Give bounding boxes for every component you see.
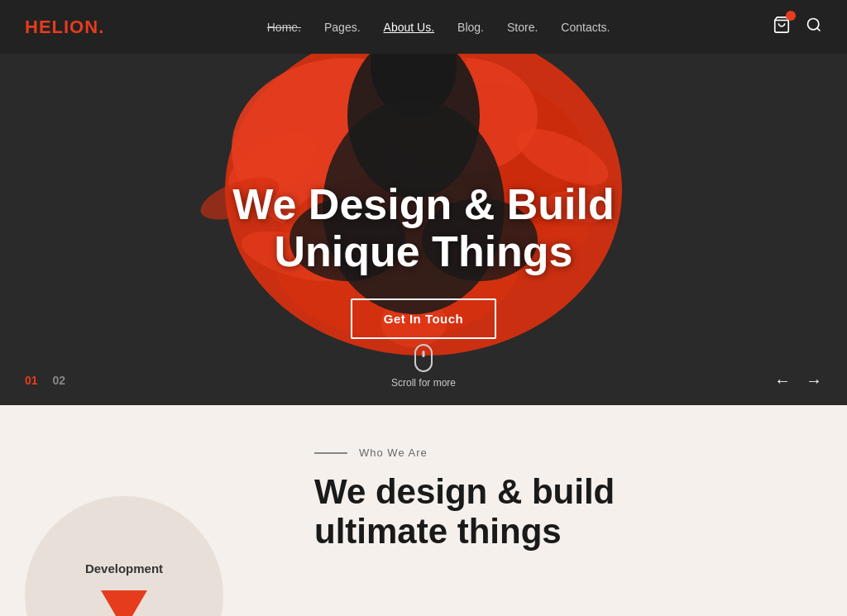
logo-text: HELION [25, 17, 98, 37]
section-title-line2: ultimate things [314, 512, 562, 551]
scroll-indicator: Scroll for more [391, 344, 456, 389]
cart-icon[interactable] [773, 16, 791, 38]
nav-home[interactable]: Home. [267, 21, 301, 34]
hero-title: We Design & Build Unique Things [175, 181, 672, 275]
section-tag-line [314, 452, 347, 454]
cart-badge [786, 11, 796, 21]
section-title: We design & build ultimate things [314, 472, 797, 552]
dev-label: Development [85, 561, 163, 575]
search-icon[interactable] [806, 17, 822, 37]
nav-blog[interactable]: Blog. [457, 21, 484, 34]
below-hero-section: Development Who We Are We design & build… [0, 405, 847, 616]
hero-section: We Design & Build Unique Things Get In T… [0, 0, 847, 405]
hero-title-line1: We Design & Build [232, 180, 614, 228]
slide-indicators: 01 02 [25, 374, 65, 387]
nav-store[interactable]: Store. [507, 21, 538, 34]
section-tag: Who We Are [359, 446, 428, 459]
prev-arrow[interactable]: ← [774, 371, 791, 390]
nav-contacts[interactable]: Contacts. [561, 21, 610, 34]
cta-button[interactable]: Get In Touch [351, 298, 497, 339]
hero-title-line2: Unique Things [274, 227, 572, 275]
dev-circle: Development [25, 496, 223, 616]
slide-2[interactable]: 02 [53, 374, 66, 387]
dev-circle-wrap: Development [50, 438, 265, 616]
nav-about[interactable]: About Us. [384, 21, 434, 34]
scroll-mouse-icon [414, 344, 433, 372]
who-we-are: Who We Are We design & build ultimate th… [314, 438, 797, 552]
svg-point-1 [807, 19, 818, 30]
section-title-line1: We design & build [314, 472, 615, 511]
slide-arrows: ← → [774, 371, 822, 390]
logo-dot: . [98, 17, 104, 37]
header-icons [773, 16, 822, 38]
scroll-label: Scroll for more [391, 377, 456, 389]
dev-triangle-icon [101, 590, 147, 617]
section-tag-wrap: Who We Are [314, 446, 797, 459]
nav-pages[interactable]: Pages. [324, 21, 361, 34]
svg-line-2 [817, 28, 821, 31]
logo[interactable]: HELION. [25, 17, 104, 38]
next-arrow[interactable]: → [806, 371, 822, 390]
slide-1[interactable]: 01 [25, 374, 38, 387]
main-nav: Home. Pages. About Us. Blog. Store. Cont… [267, 21, 610, 34]
hero-content: We Design & Build Unique Things Get In T… [175, 181, 672, 339]
header: HELION. Home. Pages. About Us. Blog. Sto… [0, 0, 847, 54]
